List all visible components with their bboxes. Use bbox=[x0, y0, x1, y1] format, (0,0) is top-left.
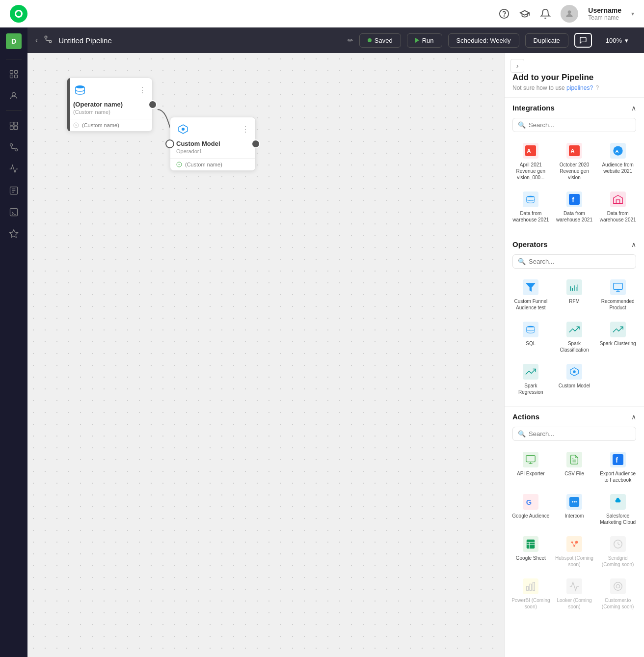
sidebar-item-integrations[interactable] bbox=[5, 225, 23, 243]
sidebar-item-dashboard[interactable] bbox=[5, 117, 23, 135]
integration-item-warehouse3[interactable]: Data from warehouse 2021 bbox=[596, 187, 639, 228]
help-icon[interactable] bbox=[499, 8, 510, 19]
integration-label-oct2020: October 2020 Revenue gen vision bbox=[555, 162, 594, 181]
duplicate-button[interactable]: Duplicate bbox=[525, 33, 568, 48]
operator-item-spark-regression[interactable]: Spark Regression bbox=[510, 359, 552, 400]
custom-model-node[interactable]: ⋮ Custom Model Operador1 (Custom name) bbox=[170, 117, 256, 171]
svg-text:A: A bbox=[527, 148, 531, 154]
actions-search-input[interactable] bbox=[529, 430, 631, 438]
integrations-search-input[interactable] bbox=[529, 121, 631, 129]
action-label-salesforce: Salesforce Marketing Cloud bbox=[598, 513, 637, 525]
svg-line-74 bbox=[618, 544, 620, 545]
operator-item-rfm[interactable]: RFM bbox=[553, 274, 596, 316]
integrations-collapse-icon[interactable]: ∧ bbox=[631, 104, 636, 112]
username: Username bbox=[588, 6, 621, 14]
nav-icons: Username Team name ▾ bbox=[499, 5, 634, 23]
panel-title: Add to your Pipeline bbox=[512, 73, 636, 82]
action-label-looker: Looker (Coming soon) bbox=[555, 597, 594, 610]
pipeline-icon bbox=[44, 35, 53, 46]
actions-title: Actions bbox=[512, 412, 539, 421]
svg-point-2 bbox=[568, 10, 571, 14]
integrations-title: Integrations bbox=[512, 104, 555, 112]
actions-section-header[interactable]: Actions ∧ bbox=[505, 407, 644, 427]
action-item-hubspot[interactable]: Hubspot (Coming soon) bbox=[553, 531, 596, 573]
sidebar-item-workflow[interactable] bbox=[5, 138, 23, 156]
education-icon[interactable] bbox=[519, 8, 530, 19]
back-button[interactable]: ‹ bbox=[35, 36, 38, 45]
comment-button[interactable] bbox=[574, 33, 592, 48]
operator-icon-sql bbox=[523, 322, 538, 337]
operator-label-sql: SQL bbox=[526, 340, 536, 347]
saved-indicator bbox=[368, 38, 372, 42]
action-icon-google-sheet bbox=[523, 536, 538, 552]
action-item-facebook[interactable]: f Export Audience to Facebook bbox=[596, 447, 639, 488]
integration-item-oct2020[interactable]: A October 2020 Revenue gen vision bbox=[553, 138, 596, 186]
integrations-section-header[interactable]: Integrations ∧ bbox=[505, 98, 644, 118]
svg-rect-63 bbox=[527, 540, 535, 548]
svg-text:A: A bbox=[570, 148, 574, 154]
notifications-icon[interactable] bbox=[540, 8, 551, 19]
integration-item-april2021[interactable]: A April 2021 Revenue gen vision_000... bbox=[510, 138, 552, 186]
panel-toggle-button[interactable]: › bbox=[510, 59, 524, 73]
action-icon-google: G bbox=[523, 494, 538, 510]
output-connector[interactable] bbox=[148, 100, 157, 109]
sidebar-item-people[interactable] bbox=[5, 87, 23, 105]
action-item-api[interactable]: API Exporter bbox=[510, 447, 552, 488]
action-item-intercom[interactable]: Intercom bbox=[553, 489, 596, 530]
integration-item-warehouse1[interactable]: Data from warehouse 2021 bbox=[510, 187, 552, 228]
zoom-control[interactable]: 100% ▾ bbox=[598, 34, 636, 47]
input-connector[interactable] bbox=[165, 139, 174, 148]
action-icon-facebook: f bbox=[610, 452, 626, 467]
operators-search-input[interactable] bbox=[529, 258, 631, 265]
svg-text:A: A bbox=[615, 148, 618, 154]
operator-item-sql[interactable]: SQL bbox=[510, 317, 552, 358]
operator-item-spark-clustering[interactable]: Spark Clustering bbox=[596, 317, 639, 358]
sidebar-item-reports[interactable] bbox=[5, 182, 23, 199]
main-layout: D bbox=[0, 27, 644, 657]
operator-icon-custom-model bbox=[566, 364, 582, 380]
sidebar-item-groups[interactable] bbox=[5, 65, 23, 83]
sidebar-item-terminal[interactable] bbox=[5, 203, 23, 221]
node-title-2: Custom Model bbox=[170, 139, 255, 148]
sidebar-item-analytics[interactable] bbox=[5, 160, 23, 178]
actions-collapse-icon[interactable]: ∧ bbox=[631, 413, 636, 421]
action-item-salesforce[interactable]: Salesforce Marketing Cloud bbox=[596, 489, 639, 530]
right-panel: › Add to your Pipeline Not sure how to u… bbox=[504, 53, 644, 657]
scheduled-button[interactable]: Scheduled: Weekly bbox=[448, 33, 519, 48]
node-model-icon bbox=[176, 122, 190, 136]
svg-rect-45 bbox=[613, 283, 622, 290]
integrations-search-icon: 🔍 bbox=[518, 121, 526, 129]
team-name: Team name bbox=[588, 14, 621, 21]
node-menu-icon[interactable]: ⋮ bbox=[138, 85, 146, 95]
operators-search-box: 🔍 bbox=[512, 254, 636, 269]
edit-icon[interactable]: ✏ bbox=[348, 36, 353, 44]
operators-section-header[interactable]: Operators ∧ bbox=[505, 234, 644, 254]
node-menu-icon-2[interactable]: ⋮ bbox=[242, 125, 249, 134]
integrations-grid: A April 2021 Revenue gen vision_000... A… bbox=[505, 138, 644, 234]
action-item-csv[interactable]: CSV File bbox=[553, 447, 596, 488]
action-item-google-sheet[interactable]: Google Sheet bbox=[510, 531, 552, 573]
operator-node[interactable]: ⋮ (Operator name) (Custom name) (Custom … bbox=[67, 78, 153, 132]
integration-icon-warehouse3 bbox=[610, 192, 626, 207]
action-label-hubspot: Hubspot (Coming soon) bbox=[555, 555, 594, 568]
operator-item-custom-model[interactable]: Custom Model bbox=[553, 359, 596, 400]
operator-item-recommended[interactable]: Recommended Product bbox=[596, 274, 639, 316]
operator-item-spark-classification[interactable]: Spark Classification bbox=[553, 317, 596, 358]
integration-icon-audience2021: A bbox=[610, 143, 626, 159]
action-item-sendgrid: Sendgrid (Coming soon) bbox=[596, 531, 639, 573]
canvas-area[interactable]: ⋮ (Operator name) (Custom name) (Custom … bbox=[27, 53, 504, 657]
action-item-google[interactable]: G Google Audience bbox=[510, 489, 552, 530]
actions-section: Actions ∧ 🔍 API Exporter bbox=[505, 406, 644, 621]
operators-title: Operators bbox=[512, 240, 548, 248]
action-icon-csv bbox=[566, 452, 582, 467]
output-connector-2[interactable] bbox=[251, 139, 260, 148]
operators-collapse-icon[interactable]: ∧ bbox=[631, 241, 636, 248]
integration-item-warehouse2[interactable]: f Data from warehouse 2021 bbox=[553, 187, 596, 228]
integrations-section: Integrations ∧ 🔍 A April 2021 Revenue ge… bbox=[505, 97, 644, 234]
run-button[interactable]: Run bbox=[407, 33, 442, 48]
svg-point-79 bbox=[616, 584, 619, 588]
integration-item-audience2021[interactable]: A Audience from website 2021 bbox=[596, 138, 639, 186]
operator-item-funnel[interactable]: Custom Funnel Audience test bbox=[510, 274, 552, 316]
user-dropdown-chevron[interactable]: ▾ bbox=[631, 10, 634, 17]
pipelines-help-link[interactable]: pipelines? bbox=[566, 84, 593, 91]
